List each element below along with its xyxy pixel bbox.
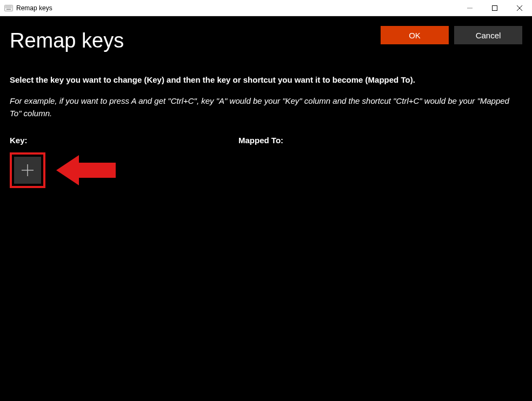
content-area: Remap keys OK Cancel Select the key you … bbox=[0, 16, 532, 401]
svg-rect-5 bbox=[10, 6, 10, 6]
cancel-button[interactable]: Cancel bbox=[454, 26, 522, 44]
svg-rect-11 bbox=[10, 7, 10, 8]
keyboard-icon bbox=[4, 4, 13, 12]
key-column: Key: bbox=[10, 136, 238, 188]
svg-rect-3 bbox=[8, 6, 8, 6]
header-row: Remap keys OK Cancel bbox=[10, 26, 522, 52]
svg-rect-7 bbox=[5, 7, 6, 8]
svg-rect-4 bbox=[9, 6, 9, 6]
annotation-highlight-box bbox=[10, 152, 45, 188]
plus-icon bbox=[21, 163, 35, 177]
titlebar: Remap keys bbox=[0, 0, 532, 16]
key-column-header: Key: bbox=[10, 136, 238, 145]
add-row bbox=[10, 152, 238, 188]
mapped-to-column-header: Mapped To: bbox=[238, 136, 522, 145]
instruction-example: For example, if you want to press A and … bbox=[10, 95, 522, 119]
action-buttons: OK Cancel bbox=[381, 26, 522, 44]
svg-rect-15 bbox=[493, 5, 497, 10]
svg-rect-2 bbox=[6, 6, 7, 6]
svg-rect-1 bbox=[5, 6, 6, 6]
svg-marker-20 bbox=[56, 155, 116, 185]
svg-rect-9 bbox=[8, 7, 8, 8]
svg-rect-13 bbox=[6, 9, 11, 10]
window-title: Remap keys bbox=[16, 4, 52, 12]
mapping-columns: Key: Mapped To: bbox=[10, 136, 522, 188]
svg-rect-8 bbox=[6, 7, 7, 8]
instruction-primary: Select the key you want to change (Key) … bbox=[10, 74, 522, 85]
svg-rect-12 bbox=[11, 7, 11, 8]
minimize-button[interactable] bbox=[457, 0, 482, 16]
ok-button[interactable]: OK bbox=[381, 26, 449, 44]
svg-rect-10 bbox=[9, 7, 9, 8]
page-title: Remap keys bbox=[10, 29, 124, 52]
mapped-to-column: Mapped To: bbox=[238, 136, 522, 188]
annotation-arrow-icon bbox=[56, 153, 116, 188]
add-mapping-button[interactable] bbox=[14, 157, 41, 184]
maximize-button[interactable] bbox=[482, 0, 507, 16]
svg-rect-6 bbox=[11, 6, 11, 6]
close-button[interactable] bbox=[507, 0, 532, 16]
window-controls bbox=[457, 0, 532, 16]
